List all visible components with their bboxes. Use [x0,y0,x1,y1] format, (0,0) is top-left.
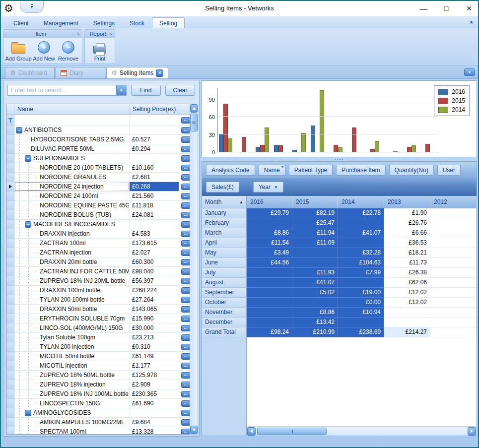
row-label[interactable]: June [202,258,247,268]
ellipsis-button[interactable]: ... [181,165,191,171]
tree-item-row[interactable]: ERYTHROCIN SOLUBLE 70gm£15.990... [7,314,192,323]
year-column-header-2014[interactable]: 2014 [338,196,384,208]
value-cell[interactable] [430,308,477,318]
print-button[interactable]: Print [87,39,113,63]
name-cell[interactable]: SPECTAM 100ml [14,427,130,435]
column-header-name[interactable]: Name [14,104,130,115]
name-cell[interactable]: ZUPREVO 18% injection [14,380,130,389]
collapse-toggle-icon[interactable]: − [25,221,31,228]
value-cell[interactable]: £11.93 [292,268,338,278]
price-cell[interactable]: £230.365 [130,389,179,399]
tree-item-row[interactable]: MICOTIL injection£1.177... [7,361,192,371]
row-label[interactable]: October [202,298,247,308]
scrollbar-thumb[interactable] [190,114,198,131]
ellipsis-button[interactable]: ... [181,136,191,143]
tree-item-row[interactable]: ZACTRAN INJ FOR CATTLE 50ML£98.040... [7,267,192,276]
value-cell[interactable] [247,268,292,278]
scroll-left-button[interactable] [247,427,256,436]
value-cell[interactable]: £98.24 [247,327,292,337]
ellipsis-button[interactable]: ... [181,429,191,435]
clear-button[interactable]: Clear [165,85,195,96]
collapse-toggle-icon[interactable]: − [25,155,31,162]
tree-item-row[interactable]: ZUPREVO 18% INJ 100ML bottle£230.365... [7,389,192,399]
name-cell[interactable]: Tylan Soluble 100gm [14,333,130,342]
remove-button[interactable]: − Remove [57,39,80,63]
ellipsis-button[interactable]: ... [181,400,191,407]
price-cell[interactable]: £11.818 [130,201,179,210]
name-cell[interactable]: NORODINE BOLUS (TUB) [14,210,130,220]
row-label[interactable]: February [202,218,247,228]
collapse-toggle-icon[interactable]: − [25,410,31,416]
row-label[interactable]: March [202,228,247,238]
value-cell[interactable] [430,208,477,218]
ellipsis-button[interactable]: ... [181,278,191,284]
ellipsis-button[interactable]: ... [181,353,191,360]
doc-tab-selling-items[interactable]: ⚙Selling Items× [106,67,168,78]
tree-item-row[interactable]: DRAXXIN 20ml bottle£60.300... [7,257,192,267]
value-cell[interactable]: £11.94 [292,228,338,238]
ellipsis-button[interactable]: ... [181,325,191,331]
name-cell[interactable]: AMIKIN AMPULES 100MG/2ML [14,418,130,427]
tree-item-row[interactable]: ZUPREVO 18% INJ 20ML bottle£56.397... [7,276,192,286]
name-cell[interactable]: DRAXXIN injection [14,229,130,239]
value-cell[interactable] [247,318,292,327]
ellipsis-button[interactable]: ... [181,306,191,313]
value-cell[interactable]: £12.02 [384,298,430,308]
name-cell[interactable]: −AMINOGLYCOSIDES [14,408,130,418]
value-cell[interactable]: £19.00 [338,288,384,298]
name-cell[interactable]: ZACTRAN injection [14,248,130,257]
value-cell[interactable] [338,218,384,228]
tree-item-row[interactable]: DRAXXIN 50ml bottle£143.065... [7,305,192,314]
value-cell[interactable]: £11.54 [247,238,292,248]
year-column-header-2015[interactable]: 2015 [292,196,338,208]
tree-item-row[interactable]: ZACTRAN injection£2.027... [7,248,192,257]
data-field-sales-button[interactable]: Sales(£) [206,182,239,192]
year-column-header-2013[interactable]: 2013 [384,196,430,208]
pivot-field-purchase-item[interactable]: Purchase Item [336,165,385,176]
ellipsis-button[interactable]: ... [181,419,191,426]
tree-item-row[interactable]: DRAXXIN injection£4.583... [7,229,192,239]
ellipsis-button[interactable]: ... [181,372,191,379]
price-cell[interactable]: £98.040 [130,267,179,276]
row-label[interactable]: January [202,208,247,218]
price-cell[interactable]: £2.681 [130,173,179,182]
name-cell[interactable]: −SULPHONAMIDES [14,154,130,163]
ellipsis-button[interactable]: ... [181,221,191,228]
ellipsis-button[interactable]: ... [181,344,191,350]
value-cell[interactable]: £5.02 [292,288,338,298]
value-cell[interactable]: £3.49 [247,248,292,258]
pivot-field-quantity-no-[interactable]: Quantity(No) [389,165,434,176]
name-cell[interactable]: ERYTHROCIN SOLUBLE 70gm [14,314,130,323]
value-cell[interactable] [384,318,430,327]
price-cell[interactable]: £1.177 [130,361,179,371]
ellipsis-button[interactable]: ... [181,127,191,133]
ellipsis-button[interactable]: ... [181,382,191,388]
row-label[interactable]: December [202,318,247,327]
name-cell[interactable]: TYLAN 200 injection [14,342,130,352]
tree-group-row[interactable]: −SULPHONAMIDES... [7,154,192,163]
tree-item-row[interactable]: LINCO-SOL (400MG/ML) 150G£30.000... [7,323,192,333]
tree-item-row[interactable]: LINCOSPECTIN 150G£61.690... [7,399,192,408]
price-cell[interactable] [130,408,179,418]
price-cell[interactable]: £0.527 [130,135,179,144]
pivot-field-user[interactable]: User [437,165,461,176]
tree-item-row[interactable]: NORODINE GRANULES£2.681... [7,173,192,182]
collapse-toggle-icon[interactable]: − [16,127,22,133]
price-cell[interactable]: £125.978 [130,371,179,380]
vertical-scrollbar[interactable] [190,104,198,435]
row-label[interactable]: September [202,288,247,298]
ribbon-tab-client[interactable]: Client [6,17,36,28]
value-cell[interactable] [430,248,477,258]
value-cell[interactable] [247,278,292,288]
value-cell[interactable] [430,238,477,248]
name-cell[interactable]: HYDROCORTISONE TABS 2.5MG [14,135,130,144]
column-field-year-button[interactable]: Year ▼ [253,182,283,192]
name-cell[interactable]: NORODINE GRANULES [14,173,130,182]
value-cell[interactable]: £0.00 [338,298,384,308]
ellipsis-button[interactable]: ... [181,155,191,162]
value-cell[interactable] [430,318,477,327]
tree-item-row[interactable]: ZACTRAN 100ml£173.615... [7,239,192,248]
value-cell[interactable] [384,308,430,318]
tree-item-row[interactable]: SPECTAM 100ml£13.328... [7,427,192,435]
price-cell[interactable]: £56.397 [130,276,179,286]
